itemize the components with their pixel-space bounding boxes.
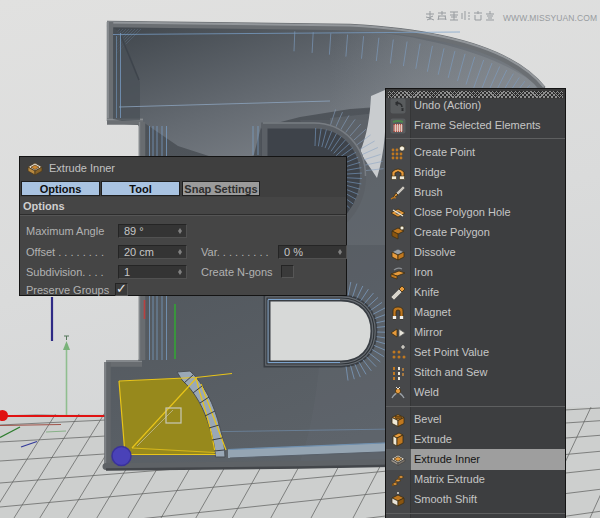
svg-text:WWW.MISSYUAN.COM: WWW.MISSYUAN.COM: [503, 13, 597, 23]
